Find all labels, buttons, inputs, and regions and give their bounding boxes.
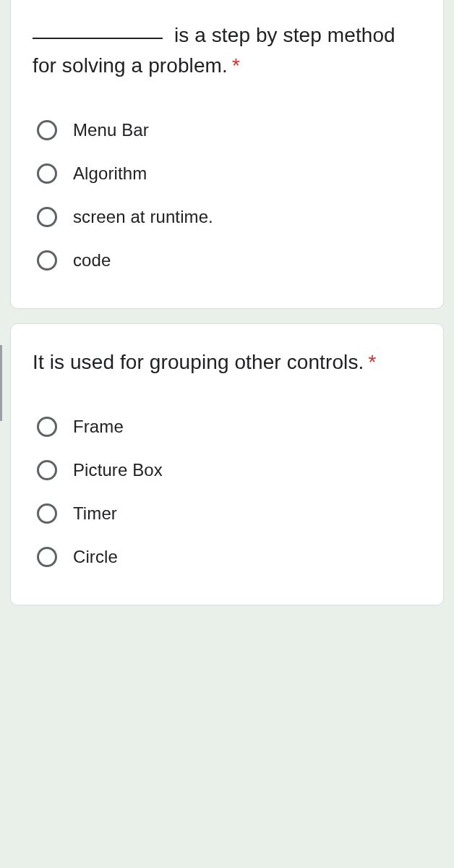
radio-icon[interactable] [37, 503, 57, 524]
option-row[interactable]: Menu Bar [33, 109, 421, 152]
option-label: Circle [73, 547, 118, 567]
radio-icon[interactable] [37, 547, 57, 567]
blank-line [33, 38, 163, 39]
radio-icon[interactable] [37, 120, 57, 140]
option-label: Timer [73, 503, 117, 524]
question-text-content: is a step by step method for solving a p… [33, 24, 395, 77]
options-group-2: Frame Picture Box Timer Circle [33, 405, 421, 579]
option-row[interactable]: Frame [33, 405, 421, 448]
required-asterisk: * [368, 351, 376, 373]
option-row[interactable]: Picture Box [33, 448, 421, 492]
option-row[interactable]: Circle [33, 535, 421, 579]
question-card-1: is a step by step method for solving a p… [10, 0, 444, 309]
question-card-2: It is used for grouping other controls.*… [10, 323, 444, 605]
radio-icon[interactable] [37, 417, 57, 437]
question-text-content: It is used for grouping other controls. [33, 351, 364, 373]
option-label: code [73, 250, 111, 271]
option-label: Frame [73, 417, 124, 437]
option-row[interactable]: code [33, 239, 421, 282]
option-label: screen at runtime. [73, 207, 213, 227]
option-label: Menu Bar [73, 120, 149, 140]
radio-icon[interactable] [37, 460, 57, 480]
option-label: Picture Box [73, 460, 163, 480]
option-row[interactable]: Timer [33, 492, 421, 535]
radio-icon[interactable] [37, 163, 57, 184]
options-group-1: Menu Bar Algorithm screen at runtime. co… [33, 109, 421, 282]
radio-icon[interactable] [37, 207, 57, 227]
question-text-1: is a step by step method for solving a p… [33, 20, 421, 81]
required-asterisk: * [232, 54, 240, 77]
radio-icon[interactable] [37, 250, 57, 271]
option-row[interactable]: Algorithm [33, 152, 421, 195]
option-label: Algorithm [73, 163, 147, 184]
option-row[interactable]: screen at runtime. [33, 195, 421, 239]
question-text-2: It is used for grouping other controls.* [33, 347, 421, 378]
